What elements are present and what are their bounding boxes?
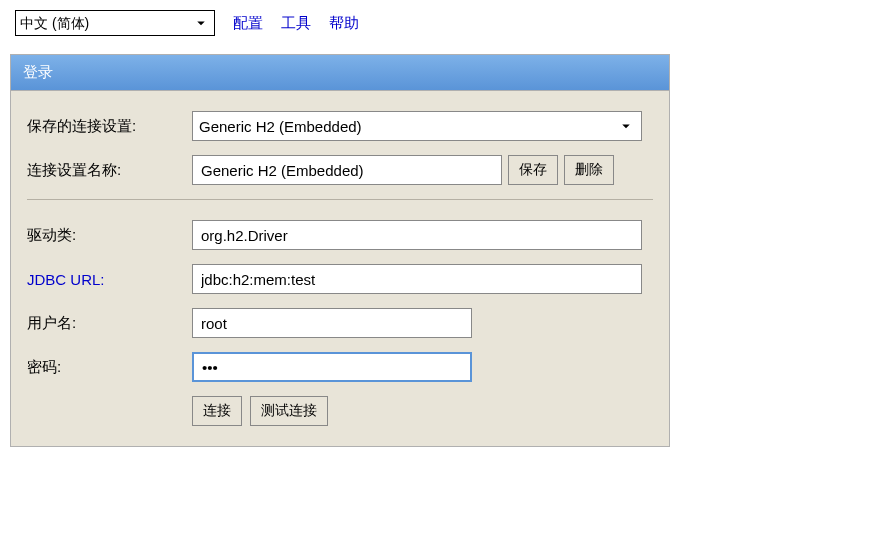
- login-panel: 登录 保存的连接设置: Generic H2 (Embedded) 连接设置名称…: [10, 54, 670, 447]
- setting-name-input[interactable]: [192, 155, 502, 185]
- row-driver: 驱动类:: [27, 220, 653, 250]
- row-setting-name: 连接设置名称: 保存 删除: [27, 155, 653, 185]
- row-saved-settings: 保存的连接设置: Generic H2 (Embedded): [27, 111, 653, 141]
- setting-name-label: 连接设置名称:: [27, 161, 192, 180]
- password-label: 密码:: [27, 358, 192, 377]
- panel-body: 保存的连接设置: Generic H2 (Embedded) 连接设置名称: 保…: [11, 91, 669, 446]
- jdbc-url-label[interactable]: JDBC URL:: [27, 271, 192, 288]
- saved-settings-label: 保存的连接设置:: [27, 117, 192, 136]
- connect-button[interactable]: 连接: [192, 396, 242, 426]
- jdbc-url-input[interactable]: [192, 264, 642, 294]
- delete-button[interactable]: 删除: [564, 155, 614, 185]
- driver-input[interactable]: [192, 220, 642, 250]
- top-bar: 中文 (简体) 配置 工具 帮助: [15, 10, 880, 36]
- nav-config[interactable]: 配置: [233, 14, 263, 33]
- row-jdbc-url: JDBC URL:: [27, 264, 653, 294]
- test-connect-button[interactable]: 测试连接: [250, 396, 328, 426]
- language-select[interactable]: 中文 (简体): [15, 10, 215, 36]
- button-row: 连接 测试连接: [192, 396, 653, 426]
- password-input[interactable]: [192, 352, 472, 382]
- divider: [27, 199, 653, 200]
- driver-label: 驱动类:: [27, 226, 192, 245]
- row-password: 密码:: [27, 352, 653, 382]
- saved-settings-select[interactable]: Generic H2 (Embedded): [192, 111, 642, 141]
- username-input[interactable]: [192, 308, 472, 338]
- row-username: 用户名:: [27, 308, 653, 338]
- nav-tools[interactable]: 工具: [281, 14, 311, 33]
- nav-help[interactable]: 帮助: [329, 14, 359, 33]
- save-button[interactable]: 保存: [508, 155, 558, 185]
- username-label: 用户名:: [27, 314, 192, 333]
- panel-title: 登录: [11, 55, 669, 91]
